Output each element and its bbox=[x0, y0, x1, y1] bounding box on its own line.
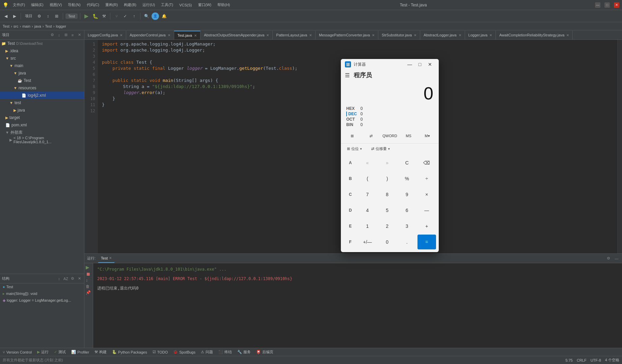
calc-btn-9[interactable]: 9 bbox=[398, 187, 416, 202]
breadcrumb-logger[interactable]: logger bbox=[56, 24, 66, 28]
tree-item-idea[interactable]: ▶ .idea bbox=[0, 47, 84, 55]
calc-mv-btn[interactable]: M▾ bbox=[418, 130, 436, 141]
run-pin-icon[interactable]: 📌 bbox=[86, 290, 91, 295]
menu-help[interactable]: 帮助(H) bbox=[216, 2, 232, 8]
tree-item-pom[interactable]: 📄 pom.xml bbox=[0, 121, 84, 129]
calc-ms-btn[interactable]: MS bbox=[400, 130, 417, 141]
commit-icon[interactable]: ✓ bbox=[121, 12, 129, 20]
panel-expand-icon[interactable]: ⊞ bbox=[63, 32, 69, 38]
btn-spotbugs[interactable]: 🐞 SpotBugs bbox=[173, 350, 195, 354]
calc-btn-4[interactable]: 4 bbox=[358, 203, 377, 218]
breadcrumb-test[interactable]: Test bbox=[3, 24, 9, 28]
menu-refactor[interactable]: 重构(R) bbox=[104, 2, 119, 8]
menu-build[interactable]: 构建(B) bbox=[122, 2, 138, 8]
btn-run[interactable]: ▶ 运行 bbox=[37, 350, 49, 355]
calc-bitpos-btn[interactable]: ⊞ 位位 ▾ bbox=[344, 145, 365, 153]
tab-awaitcompletion[interactable]: AwaitCompletionReliabilityStrategy.java … bbox=[496, 31, 573, 39]
tab-abstractlogger[interactable]: AbstractLogger.java ✕ bbox=[420, 31, 465, 39]
tab-close-appendercontrol[interactable]: ✕ bbox=[168, 33, 170, 37]
git-icon[interactable]: ⑂ bbox=[113, 12, 120, 20]
calc-btn-5[interactable]: 5 bbox=[378, 203, 397, 218]
struct-logger[interactable]: ◆ logger: Logger = LogManager.getLog... bbox=[0, 297, 84, 304]
breadcrumb-testclass[interactable]: Test bbox=[45, 24, 52, 28]
tab-logger[interactable]: Logger.java ✕ bbox=[465, 31, 496, 39]
menu-window[interactable]: 窗口(W) bbox=[196, 2, 213, 8]
close-button[interactable]: ✕ bbox=[614, 2, 619, 8]
tab-messagepattern[interactable]: MessagePatternConverter.java ✕ bbox=[316, 31, 378, 39]
calc-shift-btn[interactable]: ⇄ bbox=[362, 130, 380, 141]
breadcrumb-java[interactable]: java bbox=[34, 24, 41, 28]
panel-sort-icon[interactable]: ↕ bbox=[56, 32, 62, 38]
run-scroll-icon[interactable]: ↕ bbox=[86, 278, 91, 283]
calc-btn-backspace[interactable]: ⌫ bbox=[417, 155, 436, 170]
calc-btn-8[interactable]: 8 bbox=[378, 187, 397, 202]
calc-btn-decimal[interactable]: . bbox=[398, 235, 416, 249]
menu-tools[interactable]: 工具(T) bbox=[159, 2, 175, 8]
calc-btn-clear[interactable]: C bbox=[398, 155, 416, 170]
toolbar-icon-back[interactable]: ◀ bbox=[2, 12, 9, 20]
btn-services[interactable]: 🔧 服务 bbox=[237, 350, 251, 355]
tree-root[interactable]: 📁 Test D:\Download\Test bbox=[0, 40, 84, 47]
run-minimize-icon[interactable]: — bbox=[614, 256, 619, 261]
struct-sort-icon[interactable]: ↕ bbox=[56, 276, 62, 281]
tab-appendercontrol[interactable]: AppenderControl.java ✕ bbox=[126, 31, 174, 39]
tree-item-external[interactable]: ▼ 外部库 bbox=[0, 129, 84, 136]
status-spaces[interactable]: 4 个空格 bbox=[605, 358, 619, 363]
panel-close-icon[interactable]: ✕ bbox=[77, 32, 82, 38]
tree-item-log4j2[interactable]: 📄 log4j2.xml bbox=[0, 92, 84, 99]
run-play-icon[interactable]: ▶ bbox=[86, 265, 91, 270]
calc-btn-divide[interactable]: ÷ bbox=[417, 171, 436, 186]
calc-btn-multiply[interactable]: × bbox=[417, 187, 436, 202]
breadcrumb-src[interactable]: src bbox=[13, 24, 19, 28]
breadcrumb-main[interactable]: main bbox=[22, 24, 30, 28]
panel-gear-icon[interactable]: ≡ bbox=[70, 32, 75, 38]
calc-qword-btn[interactable]: QWORD bbox=[381, 130, 399, 141]
search-everywhere-btn[interactable]: 🔍 bbox=[143, 12, 150, 20]
calc-btn-rparen[interactable]: ) bbox=[378, 171, 397, 186]
run-tab-close[interactable]: ✕ bbox=[109, 256, 112, 260]
debug-button[interactable]: 🐛 bbox=[91, 12, 99, 20]
tree-item-jdk[interactable]: ▶ < 18 > C:\Program Files\Java\jdk1.8.0_… bbox=[0, 136, 84, 144]
tab-close-test[interactable]: ✕ bbox=[194, 34, 197, 37]
menu-nav[interactable]: 导航(N) bbox=[66, 2, 82, 8]
status-encoding[interactable]: UTF-8 bbox=[591, 358, 601, 362]
tab-strsubstitutor[interactable]: StrSubstitutor.java ✕ bbox=[378, 31, 420, 39]
tab-test[interactable]: Test.java ✕ bbox=[174, 31, 200, 39]
btn-problems[interactable]: ⚠ 问题 bbox=[201, 350, 213, 355]
calc-btn-negate[interactable]: +/— bbox=[358, 235, 377, 249]
struct-sort2-icon[interactable]: AZ bbox=[63, 276, 69, 281]
btn-post[interactable]: 📮 后编页 bbox=[256, 350, 273, 355]
tab-loggerconfig[interactable]: LoggerConfig.java ✕ bbox=[84, 31, 126, 39]
btn-python-packages[interactable]: 🐍 Python Packages bbox=[112, 350, 147, 354]
menu-run[interactable]: 运行(U) bbox=[141, 2, 157, 8]
struct-class[interactable]: ● Test bbox=[0, 283, 84, 290]
run-clear-icon[interactable]: 🗑 bbox=[86, 284, 91, 289]
status-crlf[interactable]: CRLF bbox=[577, 358, 587, 362]
tree-item-resources[interactable]: ▼ resources bbox=[0, 84, 84, 92]
btn-terminal[interactable]: ⬛ 终结 bbox=[218, 350, 232, 355]
run-settings-icon[interactable]: ⚙ bbox=[606, 256, 611, 261]
toolbar-run-config[interactable]: Test bbox=[65, 13, 78, 19]
run-button[interactable]: ▶ bbox=[83, 12, 90, 20]
calc-btn-1[interactable]: 1 bbox=[358, 219, 377, 234]
calc-btn-0[interactable]: 0 bbox=[378, 235, 397, 249]
toolbar-icon-expand[interactable]: ⊞ bbox=[53, 12, 60, 20]
menu-edit[interactable]: 编辑(E) bbox=[29, 2, 45, 8]
calc-hamburger-icon[interactable]: ☰ bbox=[345, 72, 350, 79]
calc-btn-6[interactable]: 6 bbox=[398, 203, 416, 218]
calc-oct-label[interactable]: OCT bbox=[346, 117, 360, 122]
tab-close-messagepattern[interactable]: ✕ bbox=[372, 33, 375, 37]
menu-vcs[interactable]: VCS(S) bbox=[178, 2, 193, 8]
toolbar-icon-forward[interactable]: ▶ bbox=[11, 12, 18, 20]
btn-test[interactable]: ✓ 测试 bbox=[54, 350, 66, 355]
tab-close-awaitcompletion[interactable]: ✕ bbox=[566, 33, 569, 37]
run-stop-icon[interactable]: ⏹ bbox=[86, 271, 91, 277]
tab-close-patternlayout[interactable]: ✕ bbox=[309, 33, 312, 37]
struct-main[interactable]: ▸ main(String[]): void bbox=[0, 290, 84, 297]
calc-btn-7[interactable]: 7 bbox=[358, 187, 377, 202]
tree-item-test[interactable]: ▼ test bbox=[0, 99, 84, 107]
maximize-button[interactable]: □ bbox=[604, 2, 610, 8]
calc-btn-2[interactable]: 2 bbox=[378, 219, 397, 234]
btn-profiler[interactable]: 📊 Profiler bbox=[71, 350, 89, 354]
btn-build[interactable]: ⚒ 构建 bbox=[94, 350, 107, 355]
